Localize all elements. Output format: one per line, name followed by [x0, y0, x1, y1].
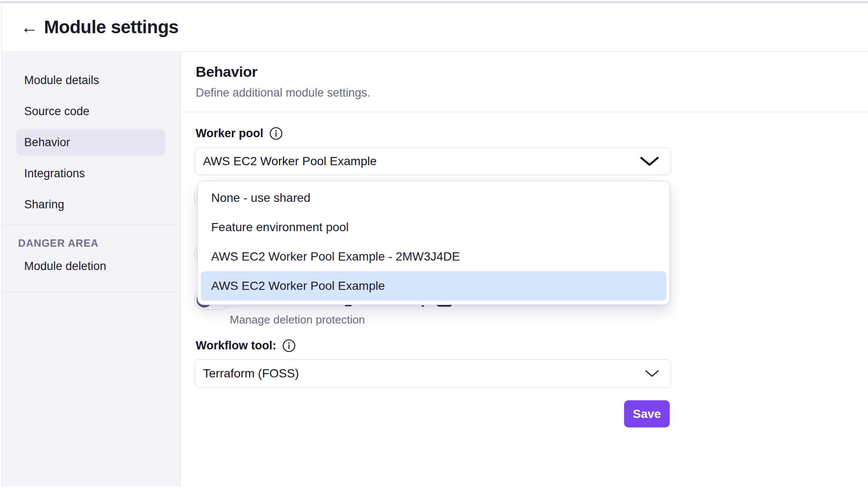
sidebar-nav-section: Module details Source code Behavior Inte… [2, 52, 180, 218]
manage-deletion-protection-link[interactable]: Manage deletion protection [230, 313, 365, 327]
module-settings-page: ← Module settings Module details Source … [0, 0, 868, 490]
section-divider [181, 112, 868, 112]
sidebar-item-label: Integrations [24, 167, 85, 180]
worker-pool-label: Worker pool [196, 127, 263, 140]
obscured-text-fragment [422, 305, 424, 307]
workflow-tool-select[interactable]: Terraform (FOSS) [195, 359, 671, 388]
dropdown-option-aws-ec2-worker-pool-example-2mw3j4de[interactable]: AWS EC2 Worker Pool Example - 2MW3J4DE [201, 242, 666, 271]
back-arrow-icon: ← [21, 19, 38, 36]
danger-area-heading: DANGER AREA [18, 237, 180, 249]
info-icon[interactable] [269, 127, 283, 140]
sidebar-item-label: Sharing [24, 198, 64, 211]
back-button[interactable]: ← [20, 18, 39, 37]
sidebar-item-label: Source code [24, 105, 90, 118]
worker-pool-select[interactable]: AWS EC2 Worker Pool Example [195, 148, 671, 175]
settings-sidebar: Module details Source code Behavior Inte… [2, 52, 181, 487]
sidebar-item-label: Behavior [24, 136, 70, 149]
section-subtitle: Define additional module settings. [196, 86, 868, 100]
sidebar-item-module-details[interactable]: Module details [16, 67, 165, 94]
dropdown-option-feature-environment-pool[interactable]: Feature environment pool [201, 213, 666, 242]
worker-pool-label-row: Worker pool [196, 127, 283, 140]
sidebar-item-label: Module details [24, 74, 99, 87]
sidebar-item-behavior[interactable]: Behavior [16, 129, 165, 156]
worker-pool-selected-value: AWS EC2 Worker Pool Example [203, 154, 640, 168]
sidebar-divider [2, 292, 180, 292]
dropdown-option-aws-ec2-worker-pool-example[interactable]: AWS EC2 Worker Pool Example [201, 271, 666, 301]
workflow-tool-label: Workflow tool: [196, 339, 276, 352]
sidebar-item-module-deletion[interactable]: Module deletion [16, 253, 165, 280]
section-title: Behavior [196, 63, 868, 80]
chevron-down-icon [640, 156, 659, 167]
obscured-text-fragment [345, 305, 352, 306]
worker-pool-dropdown-menu: None - use shared Feature environment po… [197, 181, 670, 305]
dropdown-option-none-use-shared[interactable]: None - use shared [201, 183, 666, 213]
chevron-down-icon [645, 369, 659, 378]
workflow-tool-label-row: Workflow tool: [196, 339, 296, 352]
sidebar-danger-section: DANGER AREA Module deletion [2, 224, 180, 280]
sidebar-item-sharing[interactable]: Sharing [16, 191, 165, 218]
info-icon[interactable] [282, 339, 296, 352]
page-header: ← Module settings [2, 3, 868, 52]
section-header: Behavior Define additional module settin… [181, 52, 868, 100]
page-title: Module settings [44, 17, 178, 38]
sidebar-item-label: Module deletion [24, 260, 106, 273]
sidebar-item-integrations[interactable]: Integrations [16, 160, 165, 187]
workflow-tool-selected-value: Terraform (FOSS) [203, 367, 645, 380]
save-button[interactable]: Save [624, 400, 670, 427]
sidebar-item-source-code[interactable]: Source code [16, 98, 165, 125]
